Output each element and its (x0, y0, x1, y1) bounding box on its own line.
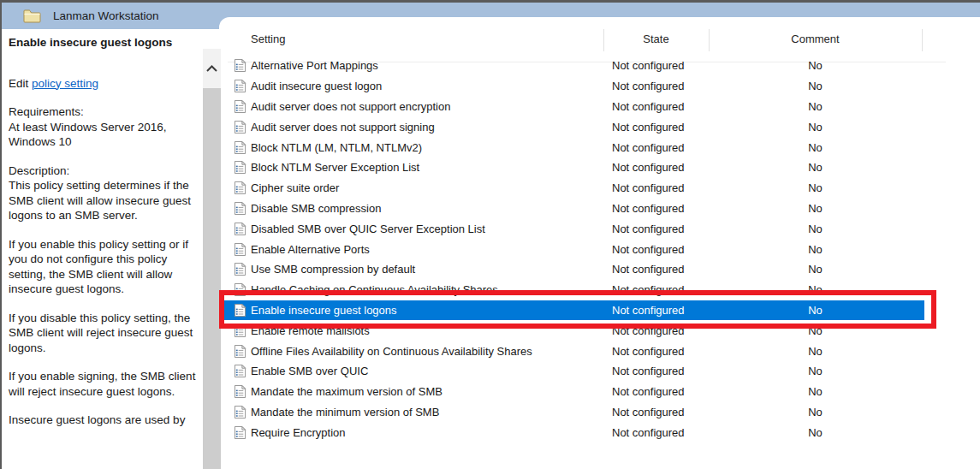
setting-name: Offline Files Availability on Continuous… (251, 345, 603, 358)
folder-icon (23, 9, 41, 23)
setting-name: Enable Alternative Ports (251, 243, 603, 256)
setting-name: Mandate the maximum version of SMB (251, 385, 603, 398)
setting-name: Use SMB compression by default (251, 263, 603, 276)
description-paragraph: If you enable signing, the SMB client wi… (9, 369, 204, 399)
setting-state: Not configured (603, 100, 709, 113)
setting-comment: No (709, 100, 922, 113)
chevron-up-icon (206, 65, 217, 72)
setting-comment: No (709, 202, 922, 215)
setting-comment: No (709, 385, 922, 398)
policy-document-icon (224, 100, 251, 113)
table-row[interactable]: Disabled SMB over QUIC Server Exception … (224, 218, 924, 239)
column-divider (603, 29, 604, 51)
setting-comment: No (709, 181, 922, 194)
table-row[interactable]: Mandate the maximum version of SMB Not c… (224, 382, 924, 402)
setting-state: Not configured (603, 59, 709, 72)
policy-document-icon (224, 181, 251, 194)
setting-state: Not configured (603, 202, 709, 215)
setting-state: Not configured (603, 324, 709, 337)
column-header-state[interactable]: State (603, 33, 709, 45)
setting-comment: No (709, 59, 922, 72)
column-header-comment[interactable]: Comment (709, 33, 922, 45)
policy-document-icon (224, 406, 251, 419)
description-label: Description: (9, 163, 204, 179)
table-row[interactable]: Enable SMB over QUIC Not configured No (224, 361, 924, 382)
policy-document-icon (224, 385, 251, 398)
setting-state: Not configured (603, 223, 709, 235)
table-row[interactable]: Enable Alternative Ports Not configured … (224, 239, 924, 259)
table-row[interactable]: Alternative Port Mappings Not configured… (224, 56, 924, 76)
policy-document-icon (224, 59, 251, 72)
table-row[interactable]: Disable SMB compression Not configured N… (224, 199, 924, 219)
table-row[interactable]: Offline Files Availability on Continuous… (224, 341, 924, 361)
setting-state: Not configured (603, 365, 709, 377)
scroll-up-button[interactable] (203, 49, 221, 88)
policy-title: Enable insecure guest logons (9, 35, 204, 50)
setting-state: Not configured (603, 141, 709, 154)
table-row[interactable]: Require Encryption Not configured No (224, 422, 924, 442)
table-row[interactable]: Block NTLM (LM, NTLM, NTLMv2) Not config… (224, 137, 924, 157)
requirements-text: At least Windows Server 2016, Windows 10 (9, 120, 204, 150)
column-divider (922, 29, 923, 51)
policy-document-icon (224, 324, 251, 337)
setting-comment: No (709, 223, 922, 235)
setting-name: Audit insecure guest logon (251, 80, 603, 92)
table-row[interactable]: Mandate the minimum version of SMB Not c… (224, 402, 924, 423)
requirements-label: Requirements: (9, 104, 204, 120)
column-divider (709, 29, 710, 51)
policy-document-icon (224, 80, 251, 92)
table-row[interactable]: Audit server does not support encryption… (224, 97, 924, 117)
table-row[interactable]: Use SMB compression by default Not confi… (224, 259, 924, 280)
policy-document-icon (224, 141, 251, 154)
requirements-block: Requirements: At least Windows Server 20… (9, 104, 204, 150)
setting-comment: No (709, 283, 922, 296)
setting-state: Not configured (603, 345, 709, 358)
setting-name: Handle Caching on Continuous Availabilit… (251, 283, 603, 296)
table-row[interactable]: Cipher suite order Not configured No (224, 178, 924, 199)
table-row[interactable]: Enable remote mailslots Not configured N… (224, 320, 924, 341)
setting-comment: No (709, 80, 922, 92)
setting-comment: No (709, 324, 922, 337)
policy-document-icon (224, 243, 251, 256)
setting-comment: No (709, 304, 922, 317)
table-row[interactable]: Handle Caching on Continuous Availabilit… (224, 280, 924, 300)
setting-name: Enable SMB over QUIC (251, 365, 603, 377)
policy-document-icon (224, 202, 251, 215)
setting-name: Audit server does not support encryption (251, 100, 603, 113)
setting-state: Not configured (603, 385, 709, 398)
table-row[interactable]: Audit insecure guest logon Not configure… (224, 76, 924, 97)
setting-state: Not configured (603, 161, 709, 174)
help-panel-scrollbar[interactable] (203, 49, 221, 469)
table-row[interactable]: Audit server does not support signing No… (224, 116, 924, 137)
list-header: Setting State Comment (219, 27, 980, 51)
setting-state: Not configured (603, 243, 709, 256)
setting-state: Not configured (603, 181, 709, 194)
scrollbar-thumb[interactable] (203, 88, 221, 469)
setting-name: Block NTLM (LM, NTLM, NTLMv2) (251, 141, 603, 154)
setting-state: Not configured (603, 283, 709, 296)
column-header-setting[interactable]: Setting (251, 33, 285, 45)
setting-name: Disabled SMB over QUIC Server Exception … (251, 223, 603, 235)
setting-comment: No (709, 345, 922, 358)
settings-rows: Alternative Port Mappings Not configured… (224, 56, 924, 442)
setting-comment: No (709, 121, 922, 134)
setting-state: Not configured (603, 426, 709, 439)
policy-document-icon (224, 161, 251, 174)
folder-title: Lanman Workstation (53, 9, 159, 22)
edit-prefix: Edit (9, 77, 32, 90)
policy-document-icon (224, 283, 251, 296)
setting-comment: No (709, 161, 922, 174)
setting-name: Cipher suite order (251, 181, 603, 194)
edit-policy-setting-link[interactable]: policy setting (32, 77, 98, 90)
help-panel: Enable insecure guest logons Edit policy… (9, 35, 204, 442)
description-block: Description: This policy setting determi… (9, 163, 204, 223)
policy-document-icon (224, 263, 251, 276)
setting-state: Not configured (603, 406, 709, 419)
policy-document-icon (224, 223, 251, 235)
settings-panel: Setting State Comment Alternative Port M… (219, 17, 980, 469)
table-row[interactable]: Block NTLM Server Exception List Not con… (224, 157, 924, 178)
policy-document-icon (224, 345, 251, 358)
policy-document-icon (224, 365, 251, 377)
setting-state: Not configured (603, 263, 709, 276)
table-row[interactable]: Enable insecure guest logons Not configu… (224, 300, 924, 321)
